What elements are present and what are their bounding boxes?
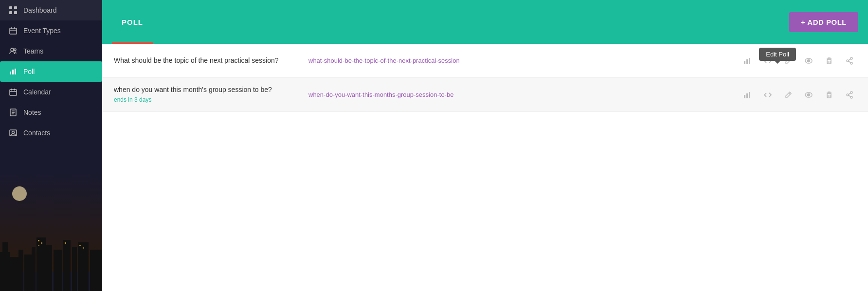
svg-rect-13 bbox=[10, 90, 17, 95]
poll-icon bbox=[9, 67, 18, 76]
header-bar: POLL + ADD POLL bbox=[102, 0, 868, 44]
svg-rect-44 bbox=[83, 247, 84, 249]
svg-rect-27 bbox=[2, 242, 8, 291]
poll-question-text: when do you want this month's group sess… bbox=[114, 86, 272, 93]
sidebar: Dashboard Event Types Teams Poll Calenda… bbox=[0, 0, 102, 291]
embed-icon[interactable] bbox=[761, 54, 775, 68]
sidebar-label-dashboard: Dashboard bbox=[23, 6, 57, 14]
svg-rect-12 bbox=[15, 69, 16, 74]
svg-rect-31 bbox=[32, 247, 36, 291]
sidebar-item-teams[interactable]: Teams bbox=[0, 41, 102, 61]
poll-list: What should be the topic of the next pra… bbox=[102, 44, 868, 291]
svg-rect-33 bbox=[46, 245, 52, 291]
svg-point-8 bbox=[11, 48, 14, 51]
svg-line-57 bbox=[849, 59, 850, 60]
svg-rect-37 bbox=[78, 242, 89, 291]
svg-line-71 bbox=[849, 93, 850, 94]
svg-rect-28 bbox=[10, 257, 18, 291]
delete-icon[interactable] bbox=[822, 54, 836, 68]
svg-line-58 bbox=[849, 61, 850, 63]
view-icon[interactable] bbox=[802, 54, 815, 68]
svg-point-68 bbox=[850, 91, 852, 93]
svg-rect-59 bbox=[744, 95, 745, 98]
svg-rect-42 bbox=[65, 242, 66, 244]
sidebar-nav: Dashboard Event Types Teams Poll Calenda… bbox=[0, 0, 102, 143]
cal-icon bbox=[9, 88, 18, 96]
poll-question: when do you want this month's group sess… bbox=[114, 85, 299, 104]
poll-tab[interactable]: POLL bbox=[102, 0, 163, 44]
svg-line-62 bbox=[789, 93, 790, 94]
svg-rect-60 bbox=[746, 93, 748, 98]
poll-question-text: What should be the topic of the next pra… bbox=[114, 56, 279, 64]
poll-slug[interactable]: when-do-you-want-this-months-group-sessi… bbox=[299, 91, 741, 98]
poll-expires: ends in 3 days bbox=[114, 96, 299, 104]
svg-rect-4 bbox=[10, 28, 17, 34]
poll-tab-label: POLL bbox=[122, 18, 143, 26]
svg-rect-2 bbox=[9, 11, 12, 14]
users-icon bbox=[9, 47, 18, 55]
grid-icon bbox=[9, 6, 18, 15]
sidebar-label-event-types: Event Types bbox=[23, 27, 61, 35]
svg-rect-30 bbox=[24, 255, 32, 291]
svg-rect-11 bbox=[12, 70, 14, 74]
svg-rect-29 bbox=[18, 250, 23, 291]
sidebar-item-calendar[interactable]: Calendar bbox=[0, 82, 102, 102]
svg-point-69 bbox=[850, 96, 852, 98]
poll-actions bbox=[741, 54, 856, 68]
city-background bbox=[0, 174, 102, 291]
svg-rect-51 bbox=[827, 59, 831, 64]
embed-icon[interactable] bbox=[761, 88, 775, 102]
add-poll-button[interactable]: + ADD POLL bbox=[789, 12, 858, 32]
contact-icon bbox=[9, 128, 18, 137]
poll-actions bbox=[741, 88, 856, 102]
svg-rect-61 bbox=[749, 92, 750, 98]
sidebar-item-poll[interactable]: Poll bbox=[0, 61, 102, 82]
main-content: POLL + ADD POLL What should be the topic… bbox=[102, 0, 868, 291]
poll-row: What should be the topic of the next pra… bbox=[102, 44, 868, 78]
svg-rect-10 bbox=[10, 72, 11, 74]
svg-rect-45 bbox=[744, 61, 745, 64]
svg-point-22 bbox=[12, 131, 15, 134]
share-icon[interactable] bbox=[843, 88, 856, 102]
stats-icon[interactable] bbox=[741, 88, 754, 102]
svg-point-55 bbox=[850, 62, 852, 64]
sidebar-item-notes[interactable]: Notes bbox=[0, 102, 102, 123]
stats-icon[interactable] bbox=[741, 54, 754, 68]
svg-rect-3 bbox=[14, 11, 17, 14]
sidebar-label-contacts: Contacts bbox=[23, 129, 50, 137]
svg-rect-65 bbox=[827, 93, 831, 98]
edit-icon[interactable] bbox=[781, 88, 795, 102]
sidebar-item-contacts[interactable]: Contacts bbox=[0, 123, 102, 143]
sidebar-label-calendar: Calendar bbox=[23, 88, 51, 96]
sidebar-item-dashboard[interactable]: Dashboard bbox=[0, 0, 102, 20]
svg-line-72 bbox=[849, 95, 850, 97]
sidebar-label-poll: Poll bbox=[23, 68, 35, 75]
svg-point-50 bbox=[808, 59, 810, 62]
svg-point-9 bbox=[14, 49, 16, 51]
svg-rect-38 bbox=[90, 250, 102, 291]
sidebar-item-event-types[interactable]: Event Types bbox=[0, 20, 102, 41]
notes-icon bbox=[9, 108, 18, 117]
sidebar-label-notes: Notes bbox=[23, 109, 41, 116]
svg-rect-34 bbox=[54, 250, 62, 291]
calendar-icon bbox=[9, 26, 18, 35]
svg-point-54 bbox=[850, 57, 852, 59]
svg-point-56 bbox=[847, 60, 849, 62]
svg-rect-1 bbox=[14, 6, 17, 9]
svg-line-48 bbox=[789, 59, 790, 60]
svg-rect-47 bbox=[749, 58, 750, 64]
poll-row: when do you want this month's group sess… bbox=[102, 78, 868, 112]
poll-slug[interactable]: what-should-be-the-topic-of-the-next-pra… bbox=[299, 57, 741, 64]
svg-rect-41 bbox=[38, 245, 39, 246]
svg-rect-0 bbox=[9, 6, 12, 9]
svg-rect-15 bbox=[11, 89, 12, 91]
svg-rect-46 bbox=[746, 59, 748, 64]
share-icon[interactable] bbox=[843, 54, 856, 68]
svg-rect-43 bbox=[79, 245, 81, 246]
svg-rect-39 bbox=[38, 240, 39, 241]
svg-rect-36 bbox=[72, 247, 77, 291]
edit-icon[interactable] bbox=[781, 54, 795, 68]
svg-point-64 bbox=[808, 93, 810, 96]
delete-icon[interactable] bbox=[822, 88, 836, 102]
view-icon[interactable] bbox=[802, 88, 815, 102]
